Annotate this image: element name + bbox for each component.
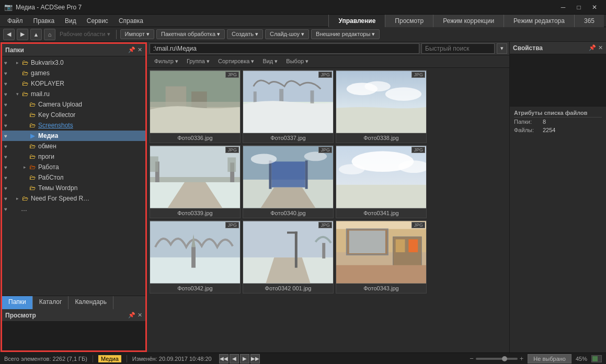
view-button[interactable]: Вид ▾ xyxy=(259,57,281,65)
media-prev-prev[interactable]: ◀◀ xyxy=(219,354,228,363)
title-text: Медиа - ACDSee Pro 7 xyxy=(16,4,556,11)
thumb-foto342[interactable]: JPG Фото0342.jpg xyxy=(150,220,241,293)
media-prev[interactable]: ◀ xyxy=(230,354,239,363)
zoom-minus-icon[interactable]: − xyxy=(470,355,474,362)
tab-view[interactable]: Просмотр xyxy=(385,15,433,27)
forward-button[interactable]: ▶ xyxy=(17,29,28,40)
batch-button[interactable]: Пакетная обработка ▾ xyxy=(156,29,225,39)
tree-item-obmen[interactable]: ♥ ▸ 🗁 обмен xyxy=(2,141,145,151)
image-grid[interactable]: JPG Фото0336.jpg JPG xyxy=(147,68,509,353)
tree-item-rabstol[interactable]: ♥ ▸ 🗁 РабСтол xyxy=(2,172,145,183)
center-area: ▾ Фильтр ▾ Группа ▾ Сортировка ▾ Вид ▾ В… xyxy=(147,42,509,353)
tab-manage[interactable]: Управление xyxy=(328,15,385,27)
media-controls: ◀◀ ◀ ▶ ▶▶ xyxy=(217,354,262,363)
tree-item-mail[interactable]: ♥ ▾ 🗁 mail.ru xyxy=(2,89,145,99)
zoom-slider-container: − + xyxy=(470,355,523,362)
status-modified: Изменён: 20.09.2017 10:48:20 xyxy=(132,356,212,362)
tree-item-keycollector[interactable]: ♥ ▸ 🗁 Key Collector xyxy=(2,110,145,120)
thumb-foto337[interactable]: JPG Фото0337.jpg xyxy=(243,70,334,143)
ext-editors-button[interactable]: Внешние редакторы ▾ xyxy=(311,29,380,39)
tree-label-camera: Camera Upload xyxy=(38,101,82,108)
props-close-button[interactable]: ✕ xyxy=(598,44,603,51)
thumb-foto339[interactable]: JPG Фото0339.jpg xyxy=(150,145,241,218)
thumb-foto342-001[interactable]: JPG Фото0342 001.jpg xyxy=(243,220,334,293)
panel-pin-button[interactable]: 📌 xyxy=(128,46,135,53)
badge-foto336: JPG xyxy=(225,72,239,78)
svg-rect-20 xyxy=(150,156,158,172)
tree-label-rabstol: РабСтол xyxy=(38,174,64,181)
panel-close-button[interactable]: ✕ xyxy=(138,46,142,53)
tree-item-temy[interactable]: ♥ ▸ 🗁 Темы Wordpn xyxy=(2,183,145,193)
tree-item-more[interactable]: ♥ ▸ … xyxy=(2,204,145,214)
thumb-foto340[interactable]: JPG Фото0340.jpg xyxy=(243,145,334,218)
slideshow-button[interactable]: Слайд-шоу ▾ xyxy=(265,29,309,39)
thumb-foto336[interactable]: JPG Фото0336.jpg xyxy=(150,70,241,143)
create-button[interactable]: Создать ▾ xyxy=(227,29,263,39)
minimize-button[interactable]: ─ xyxy=(556,2,570,13)
tree-item-nfs[interactable]: ♥ ▸ 🗁 Need For Speed R… xyxy=(2,193,145,204)
expander-nfs[interactable]: ▸ xyxy=(14,193,21,204)
tab-catalog[interactable]: Каталог xyxy=(33,296,69,309)
tree-item-screenshots[interactable]: ♥ ▸ 🗁 Screenshots xyxy=(2,120,145,131)
expander-mail[interactable]: ▾ xyxy=(14,89,21,99)
menu-view[interactable]: Вид xyxy=(60,16,82,26)
tree-label-mail: mail.ru xyxy=(31,90,50,98)
badge-foto343: JPG xyxy=(411,222,425,228)
maximize-button[interactable]: □ xyxy=(571,2,586,13)
folder-icon-nfs: 🗁 xyxy=(21,194,29,203)
tab-correct[interactable]: Режим коррекции xyxy=(433,15,504,27)
thumb-label-foto338: Фото0338.jpg xyxy=(336,133,426,143)
badge-foto342-001: JPG xyxy=(318,222,332,228)
expander-bukvarix[interactable]: ▸ xyxy=(14,57,21,68)
menu-file[interactable]: Файл xyxy=(2,16,28,26)
thumb-foto341[interactable]: JPG Фо xyxy=(336,145,427,218)
svg-rect-52 xyxy=(396,239,405,252)
tree-label-more: … xyxy=(21,205,27,213)
menu-edit[interactable]: Правка xyxy=(28,16,60,26)
group-button[interactable]: Группа ▾ xyxy=(183,57,213,65)
tree-item-games[interactable]: ♥ ▸ 🗁 games xyxy=(2,68,145,78)
tree-item-progi[interactable]: ♥ ▸ 🗁 проги xyxy=(2,151,145,162)
address-input[interactable] xyxy=(150,43,419,54)
select-button[interactable]: Выбор ▾ xyxy=(282,57,312,65)
tree-item-rabota[interactable]: ♥ ▸ 🗁 Работа xyxy=(2,162,145,172)
menu-service[interactable]: Сервис xyxy=(82,16,113,26)
tab-editor[interactable]: Режим редактора xyxy=(504,15,574,27)
tab-calendar[interactable]: Календарь xyxy=(68,296,113,309)
svg-point-35 xyxy=(339,164,364,174)
menu-help[interactable]: Справка xyxy=(113,16,148,26)
sort-button[interactable]: Сортировка ▾ xyxy=(214,57,258,65)
up-button[interactable]: ▲ xyxy=(30,29,42,40)
preview-close-button[interactable]: ✕ xyxy=(138,312,142,319)
tab-365[interactable]: 365 xyxy=(574,15,604,27)
thumb-foto343[interactable]: JPG xyxy=(336,220,427,293)
thumb-foto338[interactable]: JPG xyxy=(336,70,427,143)
preview-pin-button[interactable]: 📌 xyxy=(128,312,135,319)
search-button[interactable]: ▾ xyxy=(497,43,507,54)
import-button[interactable]: Импорт ▾ xyxy=(120,29,155,39)
expander-rabota[interactable]: ▸ xyxy=(21,162,28,172)
filter-button[interactable]: Фильтр ▾ xyxy=(151,57,182,65)
tree-label-bukvarix: Bukvarix3.0 xyxy=(31,59,64,66)
props-pin-button[interactable]: 📌 xyxy=(589,44,596,51)
media-next[interactable]: ▶ xyxy=(240,354,249,363)
close-button[interactable]: ✕ xyxy=(587,2,602,13)
tree-item-media[interactable]: ♥ ▸ ▶ Медиа xyxy=(2,131,145,141)
tab-folders[interactable]: Папки xyxy=(2,296,33,309)
folder-icon-rabota: 🗁 xyxy=(28,163,37,171)
svg-rect-32 xyxy=(336,185,426,208)
home-button[interactable]: ⌂ xyxy=(44,29,55,40)
tree-item-bukvarix[interactable]: ♥ ▸ 🗁 Bukvarix3.0 xyxy=(2,57,145,68)
tree-item-camera[interactable]: ♥ ▸ 🗁 Camera Upload xyxy=(2,99,145,110)
media-next-next[interactable]: ▶▶ xyxy=(250,354,260,363)
zoom-slider[interactable] xyxy=(476,358,518,360)
zoom-plus-icon[interactable]: + xyxy=(520,355,524,362)
folder-tree[interactable]: ♥ ▸ 🗁 Bukvarix3.0 ♥ ▸ 🗁 games ♥ ▸ 🗁 KOPL xyxy=(2,56,145,296)
tree-label-temy: Темы Wordpn xyxy=(38,184,77,192)
preview-header: Просмотр 📌 ✕ xyxy=(2,309,145,322)
tree-item-koplayer[interactable]: ♥ ▸ 🗁 KOPLAYER xyxy=(2,78,145,89)
props-preview-area xyxy=(510,54,606,107)
search-input[interactable] xyxy=(421,43,495,54)
back-button[interactable]: ◀ xyxy=(3,29,15,40)
thumb-label-foto342: Фото0342.jpg xyxy=(150,284,240,293)
